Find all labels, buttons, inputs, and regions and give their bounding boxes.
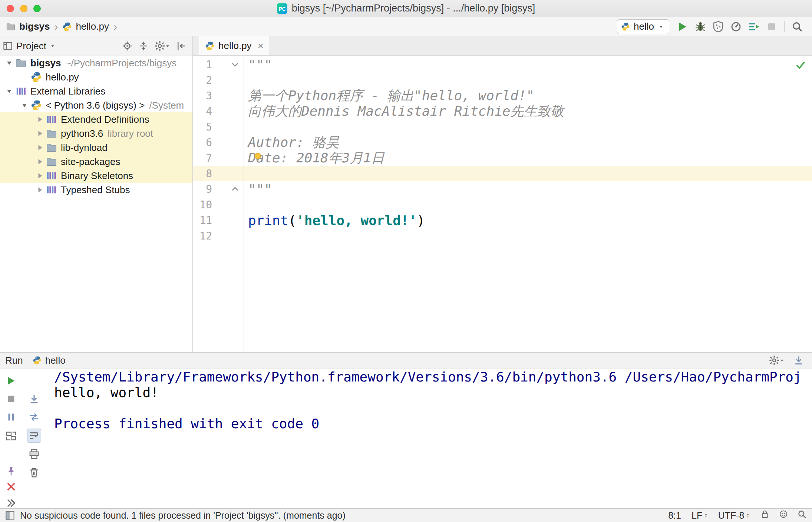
tree-item-site-packages[interactable]: site-packages [0, 155, 192, 169]
more-icon [6, 498, 17, 509]
tree-arrow-icon[interactable] [33, 129, 46, 138]
code-line-3[interactable]: 3第一个Python程序 - 输出"hello, world!" [193, 88, 812, 103]
tree-item-external-libraries[interactable]: External Libraries [0, 84, 192, 98]
settings-button[interactable] [152, 39, 173, 53]
more-options-button[interactable] [4, 496, 18, 510]
line-number[interactable]: 11 [193, 214, 212, 227]
search-everywhere-button[interactable] [788, 19, 806, 34]
breadcrumb-file[interactable]: hello.py [76, 21, 109, 32]
soft-wrap-button[interactable] [27, 429, 41, 443]
stop-button[interactable] [763, 19, 780, 34]
line-number[interactable]: 12 [193, 230, 212, 242]
editor-body[interactable]: 1"""23第一个Python程序 - 输出"hello, world!"4向伟… [193, 56, 812, 352]
caret-position[interactable]: 8:1 [668, 510, 681, 521]
titlebar: PC bigsys [~/PycharmProjects/bigsys] - .… [0, 0, 812, 17]
tree-item-python3-6[interactable]: python3.6library root [0, 126, 192, 141]
fold-marker-icon[interactable] [212, 60, 244, 69]
tree-arrow-icon[interactable] [33, 186, 46, 194]
tab-hello-py[interactable]: hello.py × [199, 36, 270, 55]
chevron-down-icon [165, 43, 170, 49]
project-tool-window: Project bigsys~/PycharmProjects/bigsyshe… [0, 36, 193, 352]
line-number[interactable]: 4 [193, 105, 212, 118]
line-number[interactable]: 9 [193, 183, 212, 195]
hector-inspections-button[interactable] [779, 509, 788, 521]
line-number[interactable]: 1 [193, 59, 212, 71]
zoom-button[interactable] [33, 5, 41, 12]
code-line-5[interactable]: 5 [193, 119, 812, 135]
pause-output-button[interactable] [4, 410, 18, 424]
rerun-arrows-button[interactable] [27, 410, 41, 424]
run-with-coverage-button[interactable] [709, 19, 727, 34]
search-button[interactable] [797, 509, 807, 521]
tree-arrow-icon[interactable] [33, 158, 46, 166]
tree-item-lib-dynload[interactable]: lib-dynload [0, 141, 192, 155]
line-number[interactable]: 10 [193, 199, 212, 211]
tree-item-typeshed-stubs[interactable]: Typeshed Stubs [0, 183, 192, 197]
tree-item-path: ~/PycharmProjects/bigsys [65, 57, 176, 69]
scroll-down-button[interactable] [790, 353, 807, 368]
tab-close-icon[interactable]: × [258, 40, 264, 52]
tree-item-extended-definitions[interactable]: Extended Definitions [0, 112, 192, 126]
tree-item-label: Binary Skeletons [61, 170, 133, 182]
code-line-8[interactable]: 8 [193, 166, 812, 181]
read-lock-button[interactable] [760, 509, 770, 521]
concurrency-diagram-button[interactable] [745, 19, 763, 34]
restore-layout-button[interactable] [4, 429, 18, 443]
pin-tab-button[interactable] [4, 464, 18, 478]
rerun-button[interactable] [4, 374, 18, 388]
line-number[interactable]: 3 [193, 90, 212, 102]
intention-bulb-icon[interactable] [252, 152, 263, 163]
breadcrumb-project[interactable]: bigsys [19, 21, 50, 32]
tree-arrow-icon[interactable] [33, 172, 46, 180]
tree-arrow-icon[interactable] [3, 59, 16, 67]
code-line-7[interactable]: 7Date: 2018年3月1日 [193, 150, 812, 166]
tree-arrow-icon[interactable] [3, 87, 16, 95]
close-button[interactable] [7, 5, 14, 12]
project-panel-title[interactable]: Project [3, 40, 55, 52]
code-line-1[interactable]: 1""" [193, 57, 812, 72]
code-line-9[interactable]: 9""" [193, 181, 812, 197]
close-button[interactable] [4, 480, 18, 494]
tree-item-hello-py[interactable]: hello.py [0, 70, 192, 84]
run-header-actions [766, 353, 807, 368]
fold-marker-icon[interactable] [212, 184, 244, 194]
console-settings-button[interactable] [766, 353, 788, 368]
run-button[interactable] [674, 19, 691, 34]
tree-item-bigsys[interactable]: bigsys~/PycharmProjects/bigsys [0, 56, 192, 70]
run-config-selector[interactable]: hello [617, 19, 669, 34]
tree-arrow-icon[interactable] [33, 115, 46, 123]
tree-item-python-3-6-bigsys[interactable]: < Python 3.6 (bigsys) >/System [0, 98, 192, 112]
print-button[interactable] [27, 447, 41, 461]
debug-button[interactable] [691, 19, 709, 34]
encoding-selector[interactable]: UTF-8↕ [718, 510, 750, 521]
console-output[interactable]: /System/Library/Frameworks/Python.framew… [48, 369, 812, 508]
line-number[interactable]: 5 [193, 121, 212, 133]
line-number[interactable]: 2 [193, 74, 212, 86]
collapse-all-button[interactable] [135, 39, 152, 53]
tool-window-toggle-icon[interactable] [5, 511, 15, 520]
line-number[interactable]: 8 [193, 168, 212, 180]
folder-icon [46, 128, 57, 139]
tree-item-binary-skeletons[interactable]: Binary Skeletons [0, 169, 192, 183]
code-line-2[interactable]: 2 [193, 72, 812, 88]
hide-panel-button[interactable] [173, 39, 189, 53]
stop-icon [766, 21, 778, 33]
locate-file-button[interactable] [119, 39, 135, 53]
line-number[interactable]: 6 [193, 136, 212, 149]
stop-button[interactable] [4, 392, 18, 406]
code-line-4[interactable]: 4向伟大的Dennis MacAlistair Ritchie先生致敬 [193, 103, 812, 119]
line-number[interactable]: 7 [193, 152, 212, 164]
code-line-10[interactable]: 10 [193, 197, 812, 212]
line-separator-selector[interactable]: LF↕ [691, 510, 708, 521]
concurrency-icon [748, 21, 760, 33]
tree-arrow-icon[interactable] [33, 143, 46, 152]
code-line-11[interactable]: 11print('hello, world!') [193, 212, 812, 228]
code-line-12[interactable]: 12 [193, 228, 812, 244]
scroll-to-end-button[interactable] [27, 392, 41, 406]
tree-arrow-icon[interactable] [18, 101, 31, 109]
run-tab-hello[interactable]: hello [33, 355, 66, 366]
code-line-6[interactable]: 6Author: 骆昊 [193, 135, 812, 150]
profiler-button[interactable] [727, 19, 745, 34]
clear-all-button[interactable] [27, 466, 41, 480]
minimize-button[interactable] [20, 5, 27, 12]
